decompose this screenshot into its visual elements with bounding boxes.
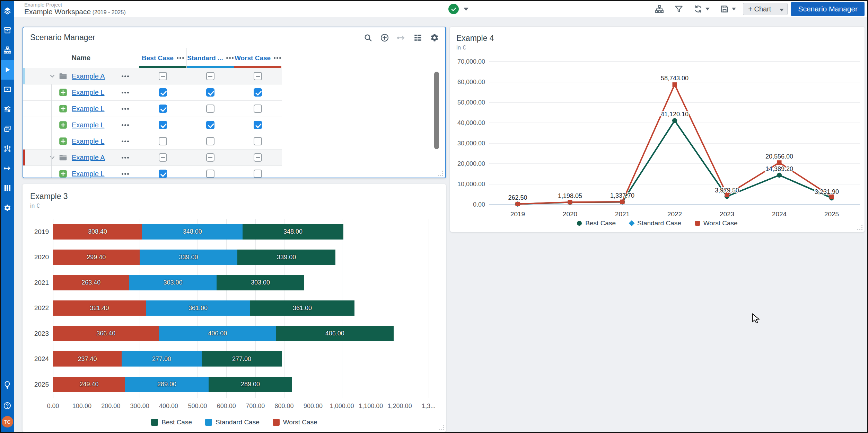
point-best-case[interactable]	[672, 118, 677, 123]
bar-segment-standard-case[interactable]: 289.00	[125, 377, 209, 392]
checkbox-mixed[interactable]	[254, 153, 262, 162]
table-scrollbar-thumb[interactable]	[434, 72, 439, 149]
row-menu-icon[interactable]	[226, 57, 234, 59]
bar-segment-standard-case[interactable]: 303.00	[129, 275, 217, 290]
sidebar-item-help[interactable]	[1, 395, 14, 416]
row-menu-icon[interactable]	[122, 92, 129, 93]
checkbox-checked[interactable]	[206, 121, 214, 129]
legend-item-best-case[interactable]: Best Case	[577, 219, 616, 227]
row-link[interactable]: Example A	[72, 72, 105, 80]
bar-segment-worst-case[interactable]: 308.40	[53, 224, 142, 240]
row-link[interactable]: Example L	[72, 137, 105, 145]
checkbox-checked[interactable]	[159, 105, 167, 113]
panel-resize-handle[interactable]	[438, 425, 444, 430]
project-name[interactable]: Example Project	[24, 2, 126, 8]
checkbox-unchecked[interactable]	[254, 170, 262, 178]
row-menu-icon[interactable]	[122, 108, 129, 110]
row-link[interactable]: Example A	[72, 154, 105, 162]
row-link[interactable]: Example L	[72, 121, 105, 129]
sidebar-item-gear[interactable]	[1, 198, 14, 218]
plus-square-icon[interactable]	[59, 169, 68, 178]
sidebar-item-lightbulb[interactable]	[1, 375, 14, 395]
checkbox-checked[interactable]	[206, 88, 214, 97]
checkbox-mixed[interactable]	[159, 72, 167, 80]
row-menu-icon[interactable]	[274, 57, 281, 59]
jump-arrow-icon[interactable]	[397, 33, 406, 42]
checkbox-unchecked[interactable]	[254, 105, 262, 113]
bar-segment-worst-case[interactable]: 366.40	[53, 326, 159, 341]
panel-resize-handle[interactable]	[438, 170, 443, 176]
point-worst-case[interactable]	[620, 200, 625, 204]
legend-item-standard-case[interactable]: Standard Case	[205, 418, 260, 426]
status-dropdown-caret[interactable]	[464, 8, 468, 11]
add-circle-icon[interactable]	[380, 33, 389, 42]
bar-segment-worst-case[interactable]: 321.40	[53, 300, 146, 316]
bar-segment-standard-case[interactable]: 339.00	[140, 250, 238, 265]
list-icon[interactable]	[413, 33, 422, 42]
sidebar-item-sliders[interactable]	[1, 99, 14, 119]
bar-segment-standard-case[interactable]: 406.00	[159, 326, 277, 341]
row-menu-icon[interactable]	[177, 57, 184, 59]
checkbox-checked[interactable]	[254, 121, 262, 129]
add-chart-dropdown[interactable]	[776, 5, 787, 13]
sidebar-item-workflow[interactable]	[1, 139, 14, 159]
search-icon[interactable]	[363, 33, 372, 42]
sidebar-item-play-active[interactable]	[1, 60, 14, 80]
filter-icon[interactable]	[671, 3, 687, 15]
checkbox-mixed[interactable]	[159, 153, 167, 162]
legend-item-worst-case[interactable]: Worst Case	[273, 418, 317, 426]
plus-square-icon[interactable]	[59, 120, 68, 129]
bar-segment-best-case[interactable]: 289.00	[209, 377, 292, 392]
row-menu-icon[interactable]	[122, 75, 129, 77]
chevron-down-icon[interactable]	[49, 154, 56, 161]
scenario-manager-button[interactable]: Scenario Manager	[791, 2, 865, 16]
point-best-case[interactable]	[777, 173, 782, 178]
row-menu-icon[interactable]	[122, 157, 129, 159]
bar-segment-worst-case[interactable]: 299.40	[53, 250, 140, 265]
hierarchy-icon[interactable]	[651, 3, 667, 15]
row-link[interactable]: Example L	[72, 105, 105, 113]
sidebar-item-screen-play[interactable]	[1, 80, 14, 99]
checkbox-checked[interactable]	[159, 121, 167, 129]
bar-segment-best-case[interactable]: 406.00	[276, 326, 394, 341]
row-link[interactable]: Example L	[72, 170, 105, 178]
bar-segment-best-case[interactable]: 277.00	[202, 351, 282, 367]
bar-segment-worst-case[interactable]: 249.40	[53, 377, 125, 392]
column-header-standard[interactable]: Standard ...	[186, 48, 234, 68]
sidebar-item-copy[interactable]	[1, 119, 14, 139]
status-ok-icon[interactable]	[448, 4, 459, 14]
row-link[interactable]: Example L	[72, 89, 105, 97]
legend-item-worst-case[interactable]: Worst Case	[695, 219, 738, 227]
checkbox-checked[interactable]	[159, 88, 167, 97]
sidebar-item-archive[interactable]	[1, 20, 14, 40]
point-worst-case[interactable]	[777, 160, 782, 165]
plus-square-icon[interactable]	[59, 137, 68, 146]
checkbox-unchecked[interactable]	[206, 105, 214, 113]
bar-segment-standard-case[interactable]: 277.00	[122, 351, 202, 367]
chevron-down-icon[interactable]	[49, 73, 56, 80]
plus-square-icon[interactable]	[59, 104, 68, 113]
bar-segment-standard-case[interactable]: 361.00	[146, 300, 250, 316]
checkbox-mixed[interactable]	[206, 72, 214, 80]
gear-icon[interactable]	[430, 33, 439, 42]
checkbox-unchecked[interactable]	[206, 137, 214, 145]
column-header-best-case[interactable]: Best Case	[139, 48, 186, 68]
checkbox-unchecked[interactable]	[159, 137, 167, 145]
checkbox-unchecked[interactable]	[206, 170, 214, 178]
checkbox-checked[interactable]	[159, 170, 167, 178]
sidebar-item-arrow-right[interactable]	[1, 159, 14, 178]
panel-resize-handle[interactable]	[857, 225, 862, 230]
bar-segment-best-case[interactable]: 361.00	[250, 300, 354, 316]
checkbox-mixed[interactable]	[206, 153, 214, 162]
sidebar-item-sitemap[interactable]	[1, 40, 14, 60]
bar-segment-best-case[interactable]: 348.00	[243, 224, 343, 240]
checkbox-mixed[interactable]	[254, 72, 262, 80]
checkbox-checked[interactable]	[254, 88, 262, 97]
point-worst-case[interactable]	[568, 200, 572, 204]
save-icon[interactable]	[717, 3, 739, 15]
bar-segment-worst-case[interactable]: 237.40	[53, 351, 122, 367]
column-header-worst-case[interactable]: Worst Case	[234, 48, 281, 68]
row-menu-icon[interactable]	[122, 124, 129, 126]
bar-segment-worst-case[interactable]: 263.40	[53, 275, 129, 290]
column-header-name[interactable]: Name	[23, 48, 139, 68]
